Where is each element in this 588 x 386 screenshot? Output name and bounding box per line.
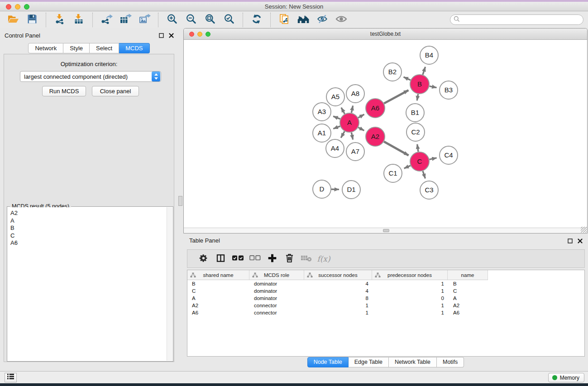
cell-MCDS-role[interactable]: connector — [249, 302, 304, 309]
search-input[interactable] — [462, 15, 583, 24]
graph-node-A1[interactable]: A1 — [313, 124, 331, 142]
graph-node-C4[interactable]: C4 — [440, 146, 458, 164]
memory-button[interactable]: Memory — [548, 373, 584, 382]
show-hide-button[interactable] — [332, 12, 351, 28]
graph-node-C2[interactable]: C2 — [406, 123, 425, 141]
close-panel-icon[interactable] — [168, 33, 174, 38]
table-row[interactable]: Adominator80A — [187, 295, 584, 302]
search-box[interactable] — [450, 14, 583, 25]
export-image-button[interactable] — [135, 12, 154, 28]
graph-node-C1[interactable]: C1 — [384, 164, 402, 182]
cell-MCDS-role[interactable]: dominator — [249, 295, 304, 302]
cell-name[interactable]: A2 — [448, 302, 488, 309]
close-panel-button[interactable]: Close panel — [92, 86, 139, 96]
run-mcds-button[interactable]: Run MCDS — [42, 86, 86, 96]
column-header-name[interactable]: name — [448, 270, 488, 280]
network-canvas[interactable]: B4B2BB3A8A5A6A3B1AC2A1A2A4A7C4CC1DD1C3 — [184, 40, 587, 228]
float-panel-icon[interactable] — [158, 33, 164, 38]
cell-name[interactable]: C — [448, 287, 488, 295]
table-row[interactable]: Bdominator41B — [187, 280, 584, 287]
cell-predecessor-nodes[interactable]: 0 — [372, 295, 448, 302]
table-row[interactable]: Cdominator41C — [187, 287, 584, 295]
zoom-selected-button[interactable] — [220, 12, 239, 28]
graph-node-B3[interactable]: B3 — [440, 81, 458, 99]
optimization-criterion-select[interactable]: largest connected component (directed) — [20, 71, 161, 82]
tab-select[interactable]: Select — [90, 43, 119, 53]
cell-predecessor-nodes[interactable]: 1 — [372, 287, 448, 295]
tab-edge-table[interactable]: Edge Table — [349, 357, 389, 367]
save-button[interactable] — [23, 12, 42, 28]
select-all-button[interactable] — [229, 251, 246, 267]
mcds-result-scrollbar[interactable] — [167, 207, 172, 361]
graph-node-D[interactable]: D — [313, 180, 331, 198]
float-table-panel-icon[interactable] — [567, 238, 573, 244]
cell-name[interactable]: A — [448, 295, 488, 302]
graph-node-B4[interactable]: B4 — [420, 46, 438, 64]
column-header-shared-name[interactable]: shared name — [187, 270, 249, 280]
cell-shared-name[interactable]: C — [187, 287, 249, 295]
graph-node-A5[interactable]: A5 — [326, 88, 344, 106]
mcds-result-item[interactable]: B — [10, 224, 167, 232]
graph-node-A3[interactable]: A3 — [313, 103, 331, 121]
cell-name[interactable]: B — [448, 280, 488, 287]
mcds-result-item[interactable]: A — [10, 217, 167, 225]
cell-successor-nodes[interactable]: 4 — [304, 287, 372, 295]
cell-name[interactable]: A6 — [448, 309, 488, 316]
cell-successor-nodes[interactable]: 1 — [304, 309, 372, 316]
graph-node-C[interactable]: C — [410, 152, 429, 171]
table-row[interactable]: A6connector11A6 — [187, 309, 584, 316]
table-row[interactable]: A2connector11A2 — [187, 302, 584, 309]
columns-button[interactable] — [212, 251, 229, 267]
cell-shared-name[interactable]: A6 — [187, 309, 249, 316]
cell-shared-name[interactable]: B — [187, 280, 249, 287]
cell-shared-name[interactable]: A — [187, 295, 249, 302]
cell-predecessor-nodes[interactable]: 1 — [372, 302, 448, 309]
graph-node-A6[interactable]: A6 — [366, 99, 385, 118]
export-network-button[interactable] — [97, 12, 116, 28]
delete-button[interactable] — [281, 251, 298, 267]
cell-successor-nodes[interactable]: 4 — [304, 280, 372, 287]
graph-node-A2[interactable]: A2 — [366, 127, 385, 146]
zoom-fit-button[interactable] — [201, 12, 220, 28]
split-divider-grip[interactable] — [178, 196, 182, 206]
column-header-predecessor-nodes[interactable]: predecessor nodes — [372, 270, 448, 280]
home-button[interactable] — [294, 12, 313, 28]
new-network-from-selection-button[interactable] — [275, 12, 294, 28]
cell-predecessor-nodes[interactable]: 1 — [372, 309, 448, 316]
graph-node-B2[interactable]: B2 — [383, 63, 402, 81]
import-network-button[interactable] — [50, 12, 69, 28]
cell-shared-name[interactable]: A2 — [187, 302, 249, 309]
open-button[interactable] — [4, 12, 23, 28]
graph-node-A7[interactable]: A7 — [346, 143, 364, 161]
tab-mcds[interactable]: MCDS — [119, 43, 149, 53]
cell-predecessor-nodes[interactable]: 1 — [372, 280, 448, 287]
network-hscroll-thumb[interactable] — [383, 229, 389, 232]
column-header-successor-nodes[interactable]: successor nodes — [304, 270, 372, 280]
tab-node-table[interactable]: Node Table — [307, 357, 349, 367]
graph-node-B1[interactable]: B1 — [406, 104, 424, 122]
tab-motifs[interactable]: Motifs — [437, 357, 464, 367]
add-button[interactable] — [263, 251, 281, 267]
tab-network-table[interactable]: Network Table — [389, 357, 437, 367]
network-resize-grip[interactable] — [581, 227, 587, 233]
tab-style[interactable]: Style — [63, 43, 90, 53]
graph-node-A[interactable]: A — [340, 113, 359, 132]
import-table-button[interactable] — [69, 12, 88, 28]
mcds-result-item[interactable]: C — [10, 232, 167, 240]
cell-MCDS-role[interactable]: connector — [249, 309, 304, 316]
graph-node-D1[interactable]: D1 — [342, 181, 360, 199]
export-table-button[interactable] — [116, 12, 135, 28]
graph-node-A8[interactable]: A8 — [346, 85, 364, 103]
task-history-button[interactable] — [5, 373, 17, 382]
delete-table-button[interactable] — [298, 251, 315, 267]
zoom-in-button[interactable] — [163, 12, 182, 28]
tab-network[interactable]: Network — [28, 43, 63, 53]
cell-MCDS-role[interactable]: dominator — [249, 287, 304, 295]
mcds-result-item[interactable]: A2 — [10, 210, 167, 217]
refresh-button[interactable] — [247, 12, 266, 28]
column-header-MCDS-role[interactable]: MCDS role — [249, 270, 304, 280]
zoom-out-button[interactable] — [182, 12, 201, 28]
graph-node-A4[interactable]: A4 — [326, 139, 344, 157]
vizmap-button[interactable] — [313, 12, 332, 28]
function-button[interactable]: f(x) — [315, 251, 332, 267]
